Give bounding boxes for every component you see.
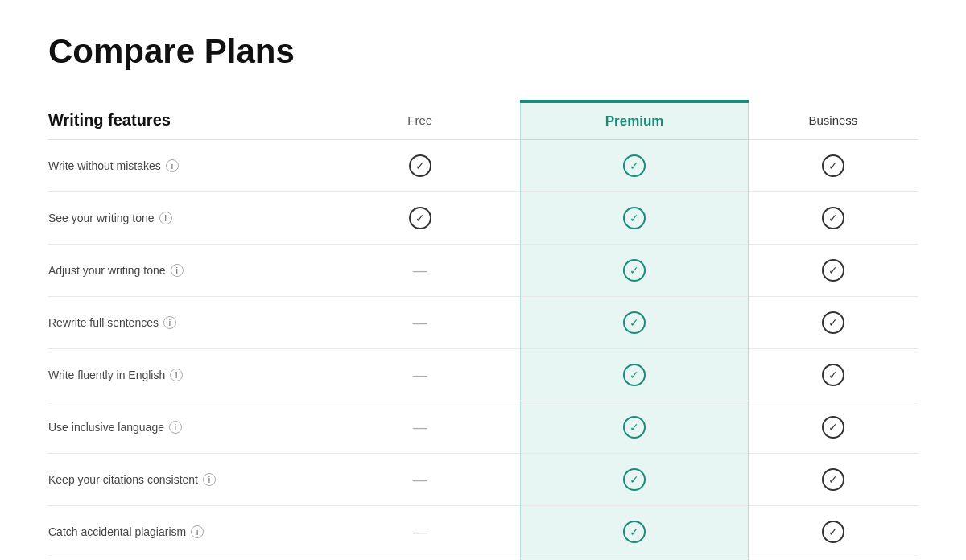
feature-label: Write fluently in English [48, 369, 165, 381]
feature-label: Rewrite full sentences [48, 316, 159, 329]
info-icon[interactable]: i [163, 316, 176, 329]
feature-label: See your writing tone [48, 212, 155, 224]
business-cell: ✓ [748, 297, 918, 349]
business-cell: ✓ [748, 140, 918, 192]
free-cell: — [320, 454, 521, 506]
premium-cell: ✓ [521, 401, 749, 454]
feature-label: Catch accidental plagiarism [48, 525, 186, 538]
feature-label: Use inclusive language [48, 421, 164, 434]
feature-cell: Rewrite full sentences i [48, 297, 320, 349]
check-icon: ✓ [409, 154, 431, 177]
feature-name: Catch accidental plagiarism i [48, 525, 204, 538]
info-icon[interactable]: i [169, 421, 182, 434]
dash-icon: — [413, 262, 427, 278]
check-icon-premium: ✓ [623, 207, 646, 229]
check-icon-business: ✓ [822, 311, 844, 334]
business-cell: ✓ [748, 506, 918, 558]
check-icon-business: ✓ [822, 259, 844, 282]
table-row: Write without mistakes i ✓✓✓ [48, 140, 918, 192]
feature-cell: See your writing tone i [48, 192, 320, 245]
check-icon: ✓ [409, 207, 431, 229]
feature-name: Rewrite full sentences i [48, 316, 176, 329]
dash-icon: — [413, 419, 427, 435]
info-icon[interactable]: i [159, 212, 172, 224]
premium-cell: ✓ [521, 192, 749, 245]
table-row: Keep your citations consistent i —✓✓ [48, 454, 918, 506]
free-column-header: Free [320, 101, 521, 140]
info-icon[interactable]: i [166, 159, 179, 172]
info-icon[interactable]: i [191, 525, 204, 538]
business-cell: ✓ [748, 454, 918, 506]
info-icon[interactable]: i [170, 369, 183, 381]
page-title: Compare Plans [48, 32, 918, 71]
feature-label: Keep your citations consistent [48, 473, 198, 486]
check-icon-business: ✓ [822, 416, 844, 439]
dash-icon: — [413, 524, 427, 540]
premium-cell: ✓ [521, 297, 749, 349]
premium-cell: ✓ [521, 245, 749, 297]
table-row: Use inclusive language i —✓✓ [48, 401, 918, 454]
business-cell: ✓ [748, 349, 918, 401]
table-row: Adjust your writing tone i —✓✓ [48, 245, 918, 297]
feature-name: Use inclusive language i [48, 421, 182, 434]
info-icon[interactable]: i [203, 473, 216, 486]
feature-cell: Write fluently in English i [48, 349, 320, 401]
feature-cell: Keep your citations consistent i [48, 454, 320, 506]
premium-cell: ✓ [521, 454, 749, 506]
check-icon-business: ✓ [822, 154, 844, 177]
feature-name: Keep your citations consistent i [48, 473, 216, 486]
check-icon-premium: ✓ [623, 364, 646, 386]
free-cell: ✓ [320, 192, 521, 245]
premium-cell: ✓ [521, 140, 749, 192]
feature-cell: Write without mistakes i [48, 140, 320, 192]
check-icon-business: ✓ [822, 468, 844, 491]
compare-table: Writing features Free Premium Business W… [48, 100, 918, 560]
dash-icon: — [413, 367, 427, 383]
feature-cell: Catch accidental plagiarism i [48, 506, 320, 558]
feature-name: Write without mistakes i [48, 159, 179, 172]
free-cell: ✓ [320, 140, 521, 192]
check-icon-premium: ✓ [623, 416, 646, 439]
business-cell: ✓ [748, 401, 918, 454]
check-icon-premium: ✓ [623, 311, 646, 334]
feature-label: Adjust your writing tone [48, 264, 166, 277]
business-cell: ✓ [748, 192, 918, 245]
free-cell: — [320, 401, 521, 454]
feature-label: Write without mistakes [48, 159, 161, 172]
check-icon-premium: ✓ [623, 154, 646, 177]
feature-name: Write fluently in English i [48, 369, 183, 381]
dash-icon: — [413, 471, 427, 488]
premium-column-header: Premium [521, 101, 749, 140]
check-icon-premium: ✓ [623, 468, 646, 491]
business-column-header: Business [748, 101, 918, 140]
table-row: Write fluently in English i —✓✓ [48, 349, 918, 401]
check-icon-premium: ✓ [623, 521, 646, 543]
premium-cell: ✓ [521, 349, 749, 401]
check-icon-business: ✓ [822, 521, 844, 543]
table-row: Rewrite full sentences i —✓✓ [48, 297, 918, 349]
free-cell: — [320, 506, 521, 558]
feature-cell: Adjust your writing tone i [48, 245, 320, 297]
check-icon-business: ✓ [822, 364, 844, 386]
free-cell: — [320, 349, 521, 401]
table-row: Catch accidental plagiarism i —✓✓ [48, 506, 918, 558]
check-icon-premium: ✓ [623, 259, 646, 282]
section-header: Writing features [48, 101, 320, 140]
premium-cell: ✓ [521, 506, 749, 558]
free-cell: — [320, 297, 521, 349]
feature-cell: Use inclusive language i [48, 401, 320, 454]
info-icon[interactable]: i [171, 264, 184, 277]
free-cell: — [320, 245, 521, 297]
business-cell: ✓ [748, 245, 918, 297]
feature-name: See your writing tone i [48, 212, 172, 224]
dash-icon: — [413, 315, 427, 331]
feature-name: Adjust your writing tone i [48, 264, 184, 277]
check-icon-business: ✓ [822, 207, 844, 229]
table-row: See your writing tone i ✓✓✓ [48, 192, 918, 245]
